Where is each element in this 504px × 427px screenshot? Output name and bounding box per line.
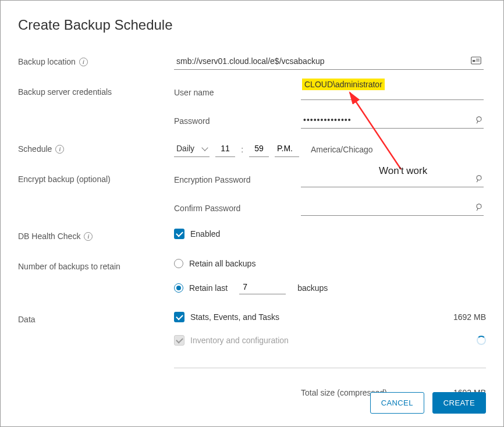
stats-label: Stats, Events, and Tasks [190,312,279,322]
row-credentials: Backup server credentials User name Pass… [18,84,486,129]
row-backup-location: Backup location i [18,54,486,72]
stats-size: 1692 MB [453,312,486,322]
label-data: Data [18,312,174,324]
retain-last-label: Retain last [189,283,228,293]
inventory-checkbox [174,335,184,346]
inventory-label: Inventory and configuration [190,336,289,345]
divider [174,368,486,368]
retain-count-input[interactable] [239,281,286,294]
row-retain: Number of backups to retain Retain all b… [18,259,486,294]
frequency-select[interactable]: Daily [174,141,210,157]
row-db-health: DB Health Check i Enabled [18,229,486,246]
row-data: Data Stats, Events, and Tasks 1692 MB In… [18,312,486,397]
backup-location-input[interactable] [174,54,484,70]
info-icon[interactable]: i [84,232,93,241]
svg-rect-1 [473,60,475,62]
label-encrypt: Encrypt backup (optional) [18,172,174,184]
label-confirm-password: Confirm Password [174,204,301,213]
row-schedule: Schedule i Daily : America/Chicago [18,141,486,159]
dialog-title: Create Backup Schedule [18,17,486,33]
info-icon[interactable]: i [79,58,88,66]
enabled-label: Enabled [190,229,220,239]
cancel-button[interactable]: CANCEL [370,392,424,414]
loading-spinner-icon [477,336,486,345]
timezone-text: America/Chicago [311,145,373,154]
row-encrypt: Encrypt backup (optional) Encryption Pas… [18,172,486,216]
backup-schedule-dialog: Create Backup Schedule Backup location i… [0,0,504,427]
ampm-input[interactable] [275,141,299,157]
retain-all-radio[interactable] [174,259,183,268]
retain-last-radio[interactable] [174,283,183,293]
minute-input[interactable] [249,141,269,157]
label-db-health: DB Health Check i [18,229,174,241]
label-backup-location: Backup location i [18,54,174,66]
label-username: User name [174,88,301,97]
time-colon: : [241,145,243,154]
db-health-checkbox[interactable] [174,229,184,239]
username-highlight: CLOUD\administrator [302,80,385,89]
password-input[interactable] [301,113,484,129]
backups-suffix: backups [297,283,328,293]
password-reveal-icon[interactable] [474,115,484,126]
label-password: Password [174,116,301,126]
create-button[interactable]: CREATE [432,392,486,414]
label-credentials: Backup server credentials [18,84,174,97]
dialog-buttons: CANCEL CREATE [370,392,486,414]
password-reveal-icon[interactable] [474,174,484,185]
confirm-password-input[interactable] [301,200,484,216]
stats-checkbox[interactable] [174,312,184,322]
label-retain: Number of backups to retain [18,259,174,271]
encryption-password-input[interactable] [301,172,484,187]
password-reveal-icon[interactable] [474,202,484,214]
hour-input[interactable] [215,141,235,157]
label-encryption-password: Encryption Password [174,175,301,184]
label-schedule: Schedule i [18,141,174,154]
chevron-down-icon [201,144,208,151]
retain-all-label: Retain all backups [189,259,255,268]
location-card-icon[interactable] [471,56,481,66]
info-icon[interactable]: i [55,145,64,154]
